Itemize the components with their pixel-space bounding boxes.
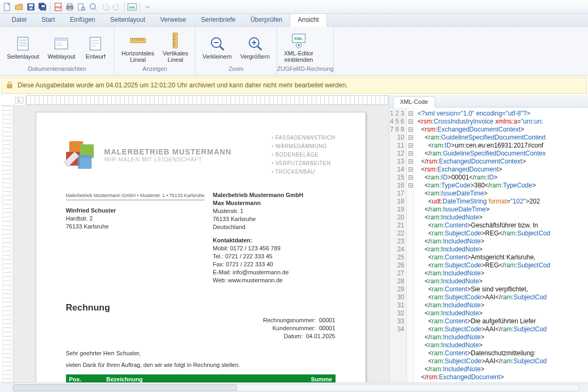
document-title: Rechnung	[66, 303, 336, 313]
tab-ansicht[interactable]: Ansicht	[290, 13, 326, 27]
zoom-out-icon	[209, 35, 226, 52]
undo-icon[interactable]	[100, 2, 110, 12]
print-preview-icon[interactable]	[76, 2, 87, 12]
pdf-icon[interactable]: PDF	[53, 2, 63, 12]
service-item: WÄRMEDÄMMUNG	[272, 142, 336, 151]
xml-editor[interactable]: 1 2 3 4 5 6 7 8 9 10 11 12 13 14 15 16 1…	[390, 108, 588, 382]
scrollbar-track[interactable]	[13, 384, 579, 391]
open-icon[interactable]	[14, 2, 24, 12]
ribbon-button-label: Weblayout	[48, 53, 76, 60]
save-all-icon[interactable]	[37, 2, 48, 12]
sender-fax: Fax: 0721 / 222 333 40	[213, 260, 336, 268]
svg-line-16	[95, 9, 96, 10]
seitenlayout-button[interactable]: Seitenlayout	[3, 32, 43, 62]
service-item: VERPUTZARBEITEN	[272, 159, 336, 168]
inv-date: 04.01.2025	[306, 333, 335, 339]
tab-seitenlayout[interactable]: Seitenlayout	[103, 14, 153, 26]
tab-verweise[interactable]: Verweise	[153, 14, 194, 26]
th-pos: Pos.	[66, 374, 103, 382]
v-ruler-icon	[167, 32, 184, 49]
vertical-ruler[interactable]	[0, 105, 13, 382]
horizontal-ruler[interactable]: L	[0, 95, 388, 105]
tab-start[interactable]: Start	[34, 14, 62, 26]
redo-icon[interactable]	[111, 2, 122, 12]
v-lineal-button[interactable]: VertikalesLineal	[159, 29, 192, 66]
save-icon[interactable]	[26, 2, 36, 12]
sender-country: Deutschland	[213, 223, 336, 231]
svg-rect-11	[68, 9, 72, 10]
h-ruler-body[interactable]	[26, 95, 388, 105]
tab-xml-code[interactable]: XML-Code	[393, 96, 435, 108]
ruler-corner[interactable]: L	[15, 97, 23, 103]
document-canvas[interactable]: MALERBETRIEB MUSTERMANN WIR MALEN MIT LE…	[13, 105, 388, 382]
sender-web: Web: www.mustermann.de	[213, 276, 336, 284]
company-logo: MALERBETRIEB MUSTERMANN WIR MALEN MIT LE…	[66, 134, 232, 176]
svg-point-55	[298, 44, 300, 46]
new-doc-icon[interactable]	[2, 2, 13, 12]
vergroessern-button[interactable]: Vergrößern	[236, 32, 273, 62]
service-item: FASSADENANSTRICH	[272, 134, 336, 142]
h-lineal-button[interactable]: HorizontalesLineal	[118, 29, 158, 66]
tab-datei[interactable]: Datei	[4, 14, 34, 26]
main-area: L	[0, 95, 588, 382]
ribbon-button-label: Entwurf	[86, 53, 105, 60]
svg-line-47	[220, 46, 224, 50]
tab-einfügen[interactable]: Einfügen	[62, 14, 102, 26]
sender-email: E-Mail: info@mustermann.de	[213, 268, 336, 276]
xml-gutter: 1 2 3 4 5 6 7 8 9 10 11 12 13 14 15 16 1…	[390, 108, 407, 382]
ribbon-group-caption: Zoom	[195, 66, 276, 75]
verkleinern-button[interactable]: Verkleinern	[199, 32, 235, 62]
svg-text:PDF: PDF	[55, 6, 62, 9]
xml-pane: XML-Code 1 2 3 4 5 6 7 8 9 10 11 12 13 1…	[390, 95, 588, 382]
svg-line-51	[258, 46, 262, 50]
xml-code-area[interactable]: <?xml version="1.0" encoding="utf-8"?> <…	[414, 108, 588, 382]
ribbon: SeitenlayoutWeblayoutEntwurfDokumentenan…	[0, 27, 588, 76]
page-layout-icon	[14, 35, 31, 52]
ribbon-tab-bar: DateiStartEinfügenSeitenlayoutVerweiseSe…	[0, 14, 588, 27]
brand-slogan: WIR MALEN MIT LEIDENSCHAFT	[104, 156, 232, 162]
tab-serienbriefe[interactable]: Serienbriefe	[193, 14, 243, 26]
recipient-name: Winfried Schuster	[66, 207, 205, 215]
archive-notice-text: Diese Ausgabedatei wurde am 04.01.2025 u…	[18, 81, 348, 89]
tab-überprüfen[interactable]: Überprüfen	[243, 14, 290, 26]
inv-no: 00001	[319, 317, 336, 323]
cust-no-label: Kundennummer:	[272, 325, 315, 331]
services-list: FASSADENANSTRICHWÄRMEDÄMMUNGBODENBELÄGEV…	[272, 134, 336, 176]
cust-no: 00001	[319, 325, 336, 331]
ribbon-group-caption: Dokumentenansichten	[0, 66, 114, 75]
zoom-icon[interactable]	[88, 2, 99, 12]
ribbon-group-caption: Anzeigen	[115, 66, 195, 75]
recipient-block: Malerbetrieb Mustermann GmbH • Musterstr…	[66, 191, 205, 284]
sender-street: Musterstr. 1	[213, 207, 336, 215]
svg-rect-20	[19, 39, 27, 41]
xml-fold-gutter[interactable]: ⊟ ⊟ ⊟ ⊟ ⊟ ⊟ ⊟ ⊟ ⊟ ⊟	[407, 108, 414, 382]
entwurf-button[interactable]: Entwurf	[80, 32, 111, 62]
svg-rect-10	[68, 4, 72, 6]
svg-rect-26	[56, 45, 63, 46]
xml-editor-button[interactable]: XMLXML-Editoreinblenden	[280, 29, 317, 66]
svg-rect-2	[29, 4, 33, 6]
xml-icon[interactable]: XML	[127, 2, 137, 12]
weblayout-button[interactable]: Weblayout	[44, 32, 79, 62]
svg-rect-25	[56, 43, 61, 44]
ribbon-group: XMLXML-EditoreinblendenZUGFeRD-Rechnung	[277, 27, 334, 75]
print-icon[interactable]	[64, 2, 75, 12]
sender-company: Malerbetrieb Mustermann GmbH	[213, 191, 336, 199]
document-page: MALERBETRIEB MUSTERMANN WIR MALEN MIT LE…	[36, 112, 366, 382]
sender-block: Malerbetrieb Mustermann GmbH Max Musterm…	[213, 191, 336, 284]
inv-no-label: Rechnungsnummer:	[263, 317, 316, 323]
th-sum: Summe	[288, 374, 336, 382]
ribbon-button-label: HorizontalesLineal	[121, 50, 154, 63]
xml-tab-bar: XML-Code	[390, 95, 588, 108]
document-pane: L	[0, 95, 390, 382]
xml-editor-icon: XML	[290, 32, 307, 49]
svg-line-14	[84, 10, 85, 11]
separator	[124, 2, 125, 12]
invoice-meta: Rechnungsnummer: 00001 Kundennummer: 000…	[66, 316, 336, 340]
horizontal-scrollbar[interactable]	[0, 382, 588, 392]
recipient-city: 76133 Karlsruhe	[66, 223, 205, 231]
customize-qat-icon[interactable]	[142, 2, 153, 12]
quick-access-toolbar: PDF XML	[0, 0, 588, 14]
sender-mobile: Mobil: 0172 / 123 456 789	[213, 244, 336, 252]
scrollbar-thumb[interactable]	[13, 385, 237, 391]
